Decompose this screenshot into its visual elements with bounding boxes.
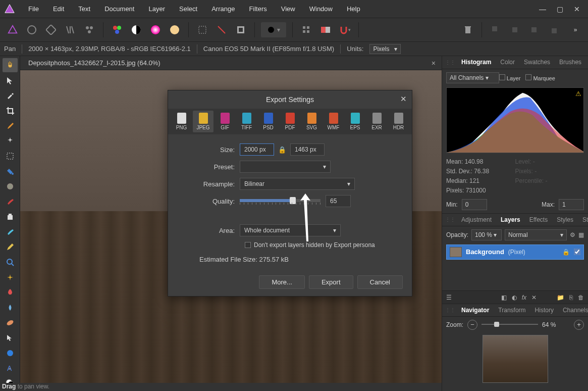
navigator-preview[interactable] [483, 335, 548, 383]
layer-adjust-icon[interactable]: ◐ [512, 294, 517, 301]
format-svg[interactable]: SVG [301, 111, 322, 132]
units-select[interactable]: Pixels ▾ [369, 44, 401, 54]
persona-export-icon[interactable] [82, 22, 97, 37]
format-tiff[interactable]: TIFF [236, 111, 257, 132]
zoom-value-input[interactable]: 64 % [542, 321, 570, 328]
tool-sparkle-icon[interactable] [3, 270, 18, 284]
format-png[interactable]: PNG [171, 111, 192, 132]
menu-select[interactable]: Select [172, 1, 204, 17]
tab-histogram[interactable]: Histogram [457, 57, 495, 68]
selection-invert-icon[interactable] [233, 22, 248, 37]
hist-max-input[interactable] [559, 199, 584, 210]
arrange-front-icon[interactable] [546, 22, 561, 37]
layer-stack-icon[interactable]: ☰ [446, 294, 452, 301]
selection-deselect-icon[interactable] [214, 22, 229, 37]
swatches-icon[interactable] [110, 22, 125, 37]
resample-select[interactable]: Bilinear▾ [240, 178, 355, 190]
tool-pencil-icon[interactable] [3, 240, 18, 254]
quick-mask-icon[interactable]: ▾ [261, 22, 286, 37]
bw-adjustment-icon[interactable] [129, 22, 144, 37]
tool-pan-hand-icon[interactable] [3, 58, 18, 72]
tool-marquee-icon[interactable] [3, 149, 18, 163]
layer-folder-icon[interactable]: 📁 [557, 294, 564, 301]
tab-adjustment[interactable]: Adjustment [457, 214, 496, 225]
tab-history[interactable]: History [531, 305, 558, 316]
blend-mode-select[interactable]: Normal ▾ [505, 229, 567, 240]
export-width-input[interactable] [240, 143, 274, 156]
window-minimize-icon[interactable]: — [538, 4, 548, 14]
tool-crop-icon[interactable] [3, 104, 18, 118]
tool-rocket-icon[interactable] [3, 285, 18, 300]
layer-delete-icon[interactable]: 🗑 [578, 294, 584, 301]
tool-wand-icon[interactable] [3, 134, 18, 148]
soft-proof-icon[interactable] [167, 22, 182, 37]
format-wmf[interactable]: WMF [323, 111, 344, 132]
tab-channels[interactable]: Channels [559, 305, 588, 316]
layer-close-icon[interactable]: ✕ [531, 294, 537, 301]
opacity-select[interactable]: 100 % ▾ [471, 229, 502, 240]
preset-select[interactable]: ▾ [240, 161, 331, 173]
size-lock-icon[interactable]: 🔒 [278, 146, 286, 154]
format-pdf[interactable]: PDF [280, 111, 300, 132]
histogram-marquee-checkbox[interactable]: Marquee [525, 74, 555, 81]
area-select[interactable]: Whole document▾ [240, 224, 341, 236]
menu-arrange[interactable]: Arrange [204, 1, 242, 17]
layer-visibility-checkbox[interactable] [574, 249, 580, 255]
format-psd[interactable]: PSD [258, 111, 279, 132]
snapping-icon[interactable] [318, 22, 333, 37]
tool-eraser-icon[interactable] [3, 194, 18, 209]
export-button[interactable]: Export [309, 275, 353, 289]
layer-mask-icon[interactable]: ◧ [501, 294, 507, 301]
tab-navigator[interactable]: Navigator [457, 305, 493, 316]
tool-healing-icon[interactable] [3, 316, 18, 330]
layer-lock-icon[interactable]: 🔒 [562, 249, 570, 256]
tab-layers[interactable]: Layers [497, 214, 524, 225]
tool-inpainting-icon[interactable] [3, 225, 18, 239]
format-exr[interactable]: EXR [366, 111, 387, 132]
trash-icon[interactable] [460, 22, 475, 37]
tab-transform[interactable]: Transform [494, 305, 529, 316]
tool-shape-icon[interactable] [3, 346, 18, 360]
hist-min-input[interactable] [462, 199, 487, 210]
more-button[interactable]: More... [259, 275, 304, 289]
menu-file[interactable]: File [21, 1, 46, 17]
tool-flood-fill-icon[interactable] [3, 164, 18, 178]
menu-text[interactable]: Text [71, 1, 97, 17]
tab-swatches[interactable]: Swatches [520, 57, 554, 68]
tool-color-picker-icon[interactable] [3, 88, 18, 103]
arrange-forward-icon[interactable] [526, 22, 542, 37]
tab-close-icon[interactable]: × [432, 59, 439, 67]
zoom-out-button[interactable]: − [467, 320, 477, 330]
layer-row-background[interactable]: Background (Pixel) 🔒 [446, 245, 584, 260]
zoom-in-button[interactable]: + [574, 320, 584, 330]
magnet-icon[interactable]: ▾ [337, 22, 352, 37]
quality-value-input[interactable] [326, 195, 351, 207]
persona-develop-icon[interactable] [43, 22, 59, 37]
grid-icon[interactable] [299, 22, 314, 37]
layer-gear-icon[interactable]: ⚙ [570, 231, 575, 238]
tab-brushes[interactable]: Brushes [555, 57, 585, 68]
document-tab[interactable]: Depositphotos_14326627_l-2015.jpg (64.0%… [23, 57, 166, 69]
window-maximize-icon[interactable]: ▢ [555, 4, 565, 14]
panel-drag-icon[interactable]: ⋮⋮ [445, 217, 455, 222]
format-hdr[interactable]: HDR [388, 111, 409, 132]
menu-help[interactable]: Help [340, 1, 367, 17]
tab-styles[interactable]: Styles [553, 214, 577, 225]
tool-paint-brush-icon[interactable] [3, 119, 18, 133]
tool-mixer-brush-icon[interactable] [3, 179, 18, 193]
selection-marquee-icon[interactable] [195, 22, 210, 37]
tool-text-icon[interactable]: A▸ [3, 361, 18, 375]
color-wheel-icon[interactable] [148, 22, 163, 37]
format-eps[interactable]: EPS [345, 111, 365, 132]
tool-clone-icon[interactable] [3, 210, 18, 224]
tool-move-icon[interactable] [3, 73, 18, 87]
persona-tone-icon[interactable] [63, 22, 78, 37]
channel-select[interactable]: All Channels ▾ [446, 72, 499, 83]
cancel-button[interactable]: Cancel [357, 275, 403, 289]
persona-photo-icon[interactable] [5, 22, 20, 37]
menu-filters[interactable]: Filters [242, 1, 274, 17]
menu-document[interactable]: Document [97, 1, 141, 17]
tab-effects[interactable]: Effects [525, 214, 552, 225]
tab-stock[interactable]: Stock [578, 214, 588, 225]
histogram-layer-checkbox[interactable]: Layer [499, 74, 521, 81]
